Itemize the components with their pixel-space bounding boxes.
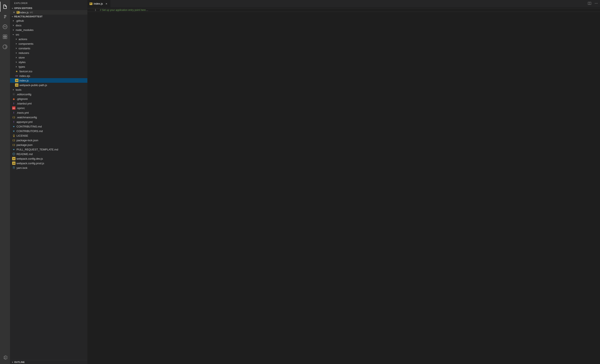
file-item[interactable]: ★favicon.ico: [10, 69, 87, 73]
folder-item[interactable]: docs: [10, 23, 87, 27]
file-item[interactable]: <>index.ejs: [10, 73, 87, 78]
svg-point-2: [13, 94, 14, 95]
folder-item[interactable]: components: [10, 41, 87, 46]
split-editor-button[interactable]: [588, 2, 591, 6]
file-item[interactable]: JSwebpack.config.prod.js: [10, 161, 87, 165]
chevron-right-icon: [15, 56, 17, 59]
item-label: .watchmanconfig: [17, 116, 37, 119]
close-icon[interactable]: ×: [12, 11, 16, 14]
file-item[interactable]: ◆.gitignore: [10, 97, 87, 101]
code-editor[interactable]: 1 // Set up your application entry point…: [87, 7, 600, 364]
item-label: .github: [16, 19, 24, 22]
item-label: node_modules: [16, 28, 33, 32]
activity-debug[interactable]: [0, 22, 10, 32]
item-label: index.ejs: [19, 74, 30, 78]
file-item[interactable]: CONTRIBUTORS.md: [10, 129, 87, 133]
outline-header[interactable]: OUTLINE: [10, 360, 87, 364]
file-item[interactable]: npm.npmrc: [10, 106, 87, 110]
activity-settings[interactable]: [0, 353, 10, 363]
item-label: actions: [19, 38, 27, 41]
activity-explorer[interactable]: [0, 2, 10, 12]
open-editor-item[interactable]: × JS index.js src: [10, 10, 87, 15]
chevron-right-icon: [15, 52, 17, 54]
item-label: types: [19, 65, 25, 68]
folder-item[interactable]: .github: [10, 18, 87, 23]
activity-extensions[interactable]: [0, 32, 10, 42]
yaml-icon: !: [12, 102, 16, 105]
file-item[interactable]: LICENSE: [10, 133, 87, 138]
svg-point-12: [597, 3, 598, 4]
item-label: components: [19, 42, 33, 45]
activity-scm[interactable]: [0, 12, 10, 22]
chevron-right-icon: [15, 47, 17, 50]
file-item[interactable]: PULL_REQUEST_TEMPLATE.md: [10, 147, 87, 152]
file-item[interactable]: { }package.json: [10, 143, 87, 147]
folder-item[interactable]: constants: [10, 46, 87, 51]
folder-item[interactable]: node_modules: [10, 27, 87, 32]
item-label: index.js: [19, 79, 29, 82]
file-item[interactable]: CONTRIBUTING.md: [10, 124, 87, 129]
git-icon: ◆: [12, 97, 16, 100]
yaml-icon: !: [12, 111, 16, 114]
svg-point-3: [13, 135, 15, 136]
chevron-down-icon: [12, 33, 14, 36]
file-item[interactable]: README.md: [10, 152, 87, 156]
item-label: package-lock.json: [17, 139, 38, 142]
editor-area: JS index.js × 1 // Set up your applicati…: [87, 0, 600, 364]
item-label: reducers: [19, 51, 29, 55]
file-item[interactable]: { }.watchmanconfig: [10, 115, 87, 119]
tab-close-icon[interactable]: ×: [104, 2, 108, 6]
code-icon: <>: [15, 74, 19, 78]
file-item[interactable]: !.istanbul.yml: [10, 101, 87, 106]
svg-point-5: [14, 153, 14, 154]
js-file-icon: JS: [89, 2, 92, 5]
item-label: tools: [16, 88, 21, 91]
js-file-icon: JS: [15, 79, 19, 82]
folder-item[interactable]: actions: [10, 37, 87, 41]
json-icon: { }: [12, 138, 16, 142]
chevron-down-icon: [11, 16, 14, 18]
item-label: favicon.ico: [19, 70, 32, 73]
more-actions-button[interactable]: [595, 2, 598, 6]
ellipsis-icon: [595, 2, 598, 5]
file-item[interactable]: yarn.lock: [10, 165, 87, 170]
item-label: styles: [19, 61, 26, 64]
folder-item[interactable]: store: [10, 55, 87, 60]
file-item[interactable]: JSwebpack-public-path.js: [10, 83, 87, 87]
extensions-icon: [2, 34, 8, 39]
gear-icon: [12, 92, 16, 96]
activity-docker[interactable]: [0, 42, 10, 52]
js-file-icon: JS: [15, 83, 19, 87]
folder-item[interactable]: src: [10, 32, 87, 37]
file-item[interactable]: JSindex.js: [10, 78, 87, 83]
folder-item[interactable]: styles: [10, 60, 87, 64]
svg-rect-7: [13, 167, 15, 167]
item-label: .editorconfig: [17, 93, 31, 96]
file-item[interactable]: !appveyor.yml: [10, 119, 87, 124]
chevron-right-icon: [15, 38, 17, 40]
json-icon: { }: [12, 116, 16, 119]
item-label: appveyor.yml: [17, 120, 33, 124]
info-icon: [12, 152, 16, 156]
open-editors-header[interactable]: OPEN EDITORS: [10, 6, 87, 10]
markdown-icon: [12, 125, 16, 128]
fold-indicator[interactable]: ...: [146, 9, 148, 11]
npm-icon: npm: [12, 106, 16, 110]
file-item[interactable]: !.travis.yml: [10, 110, 87, 115]
folder-item[interactable]: reducers: [10, 51, 87, 55]
item-label: webpack.config.dev.js: [17, 157, 43, 160]
file-item[interactable]: JSwebpack.config.dev.js: [10, 156, 87, 161]
tab-index-js[interactable]: JS index.js ×: [87, 0, 110, 7]
file-item[interactable]: { }package-lock.json: [10, 138, 87, 143]
project-header[interactable]: REACTSLINGSHOTTEST: [10, 15, 87, 18]
file-item[interactable]: .editorconfig: [10, 92, 87, 97]
activity-bar: [0, 0, 10, 364]
item-label: CONTRIBUTORS.md: [17, 129, 43, 133]
code-line: // Set up your application entry point h…: [100, 9, 146, 11]
folder-item[interactable]: types: [10, 64, 87, 69]
chevron-right-icon: [12, 20, 14, 22]
chevron-right-icon: [15, 66, 17, 68]
folder-item[interactable]: tools: [10, 87, 87, 92]
chevron-right-icon: [12, 29, 14, 31]
item-label: .travis.yml: [17, 111, 29, 114]
